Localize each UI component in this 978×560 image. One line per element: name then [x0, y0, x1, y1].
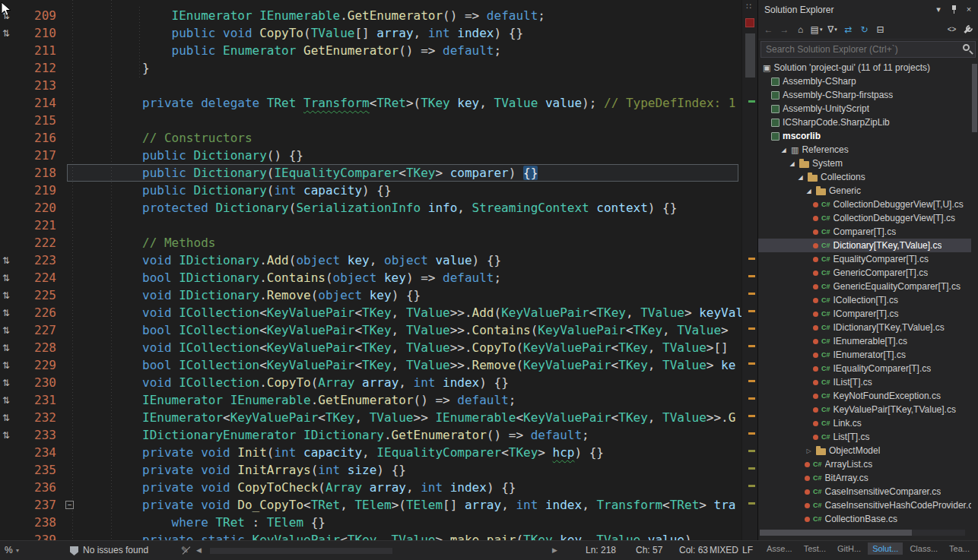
forward-icon[interactable]: → [777, 22, 792, 36]
code-line[interactable]: 221 [0, 217, 741, 234]
filter-icon[interactable]: ∇▾ [825, 22, 840, 36]
tree-item[interactable]: C#CollectionDebuggerView[T,U].cs [758, 198, 971, 211]
code-line[interactable]: ⇅230 void ICollection.CopyTo(Array array… [0, 374, 741, 391]
code-line[interactable]: ⇅225 void IDictionary.Remove(object key)… [0, 286, 741, 304]
line-number[interactable]: 222 [17, 234, 56, 252]
override-indicator-icon[interactable]: ⇅ [2, 427, 10, 445]
tree-item[interactable]: C#CollectionBase.cs [758, 512, 971, 526]
properties-icon[interactable] [961, 22, 975, 36]
tool-tab-class[interactable]: Class... [905, 543, 942, 555]
code-line[interactable]: 212 } [0, 59, 741, 77]
line-number[interactable]: 218 [17, 164, 56, 182]
code-line[interactable]: 213 [0, 77, 741, 94]
line-number[interactable]: 228 [17, 339, 56, 356]
line-number[interactable]: 230 [17, 374, 56, 391]
tree-item[interactable]: mscorlib [758, 129, 971, 143]
tool-tab-gith[interactable]: GitH... [833, 543, 865, 555]
code-line[interactable]: ⇅229 bool ICollection<KeyValuePair<TKey,… [0, 356, 741, 374]
file-health-indicator-icon[interactable] [745, 18, 754, 27]
tree-item[interactable]: C#GenericComparer[T].cs [758, 266, 971, 280]
view-code-icon[interactable]: <> [945, 22, 959, 36]
code-line[interactable]: 214 private delegate TRet Transform<TRet… [0, 94, 741, 112]
tree-item[interactable]: C#IComparer[T].cs [758, 307, 971, 321]
code-line[interactable]: ⇅226 void ICollection<KeyValuePair<TKey,… [0, 304, 741, 321]
override-indicator-icon[interactable]: ⇅ [2, 305, 10, 322]
tree-item[interactable]: Assembly-CSharp [758, 74, 971, 88]
code-line[interactable]: 236 private void CopyToCheck(Array array… [0, 479, 741, 496]
line-number[interactable]: 234 [17, 444, 56, 461]
tree-item[interactable]: C#IEnumerable[T].cs [758, 334, 971, 348]
editor-hscrollbar-thumb[interactable] [210, 548, 392, 554]
line-number[interactable]: 214 [17, 94, 56, 112]
tree-item[interactable]: C#CollectionDebuggerView[T].cs [758, 211, 971, 225]
tree-item[interactable]: Assembly-CSharp-firstpass [758, 88, 971, 102]
editor-scrollbar[interactable]: ∷ [741, 0, 757, 540]
line-number[interactable]: 224 [17, 269, 56, 286]
tool-tab-tea[interactable]: Tea... [945, 543, 974, 555]
tree-item[interactable]: C#IList[T].cs [758, 375, 971, 389]
tree-item[interactable]: ▷ObjectModel [758, 444, 971, 457]
tree-item[interactable]: C#KeyValuePair[TKey,TValue].cs [758, 403, 971, 416]
line-number[interactable]: 211 [17, 42, 56, 59]
line-number[interactable]: 226 [17, 304, 56, 321]
tree-item[interactable]: C#CaseInsensitiveHashCodeProvider.cs [758, 498, 971, 512]
line-number[interactable]: 238 [17, 514, 56, 531]
splitter-grip-icon[interactable]: ∷ [746, 2, 751, 11]
line-number[interactable]: 221 [17, 217, 56, 234]
line-number[interactable]: 210 [17, 24, 56, 42]
tree-item[interactable]: ▣Solution 'project-gui' (11 of 11 projec… [758, 61, 971, 74]
line-number[interactable]: 233 [17, 426, 56, 444]
line-number[interactable]: 209 [17, 7, 56, 24]
tree-item[interactable]: ◢Collections [758, 170, 971, 184]
tree-item[interactable]: C#IEnumerator[T].cs [758, 348, 971, 362]
tree-item[interactable]: C#Comparer[T].cs [758, 225, 971, 239]
hscroll-left-arrow-icon[interactable]: ◀ [196, 541, 202, 560]
override-indicator-icon[interactable]: ⇅ [2, 322, 10, 340]
search-input[interactable] [760, 41, 976, 58]
tree-item[interactable]: C#List[T].cs [758, 430, 971, 444]
tree-item[interactable]: C#KeyNotFoundException.cs [758, 389, 971, 403]
line-number[interactable]: 219 [17, 182, 56, 199]
override-indicator-icon[interactable]: ⇅ [2, 25, 10, 43]
line-number[interactable]: 232 [17, 409, 56, 426]
window-options-icon[interactable]: ▾ [932, 3, 945, 15]
tool-tab-asse[interactable]: Asse... [762, 543, 797, 555]
tree-item[interactable]: Assembly-UnityScript [758, 102, 971, 115]
line-number[interactable]: 239 [17, 531, 56, 540]
tree-horizontal-scrollbar[interactable] [760, 530, 965, 536]
override-indicator-icon[interactable]: ⇅ [2, 252, 10, 270]
tree-item[interactable]: C#GenericEqualityComparer[T].cs [758, 280, 971, 293]
code-line[interactable]: ⇅227 bool ICollection<KeyValuePair<TKey,… [0, 321, 741, 339]
code-editor[interactable]: ⇅209 IEnumerator IEnumerable.GetEnumerat… [0, 0, 741, 540]
zoom-caret-icon[interactable]: ▾ [16, 541, 19, 560]
tree-item[interactable]: C#ICollection[T].cs [758, 293, 971, 307]
tree-item[interactable]: C#ArrayList.cs [758, 457, 971, 471]
override-indicator-icon[interactable]: ⇅ [2, 410, 10, 427]
tree-item[interactable]: C#IEqualityComparer[T].cs [758, 362, 971, 375]
code-line[interactable]: 222 // Methods [0, 234, 741, 252]
tree-item[interactable]: C#CaseInsensitiveComparer.cs [758, 485, 971, 498]
tool-tab-solut[interactable]: Solut... [868, 543, 903, 555]
expander-expanded-icon[interactable]: ◢ [796, 174, 805, 181]
code-line[interactable]: 238 where TRet : TElem {} [0, 514, 741, 531]
code-line[interactable]: ⇅233 IDictionaryEnumerator IDictionary.G… [0, 426, 741, 444]
expander-expanded-icon[interactable]: ◢ [788, 160, 796, 167]
line-number[interactable]: 217 [17, 147, 56, 164]
override-indicator-icon[interactable]: ⇅ [2, 340, 10, 357]
home-icon[interactable]: ⌂ [793, 22, 808, 36]
back-icon[interactable]: ← [761, 22, 776, 36]
expander-collapsed-icon[interactable]: ▷ [805, 448, 813, 454]
close-icon[interactable]: × [963, 3, 975, 15]
code-line[interactable]: ⇅210 public void CopyTo(TValue[] array, … [0, 24, 741, 42]
code-line[interactable]: 216 // Constructors [0, 129, 741, 147]
expander-expanded-icon[interactable]: ◢ [805, 188, 813, 195]
code-line[interactable]: ⇅232 IEnumerator<KeyValuePair<TKey, TVal… [0, 409, 741, 426]
code-line[interactable]: 234 private void Init(int capacity, IEqu… [0, 444, 741, 461]
tree-vertical-scrollbar[interactable] [972, 62, 977, 527]
line-number[interactable]: 231 [17, 391, 56, 409]
tree-item[interactable]: ◢Generic [758, 184, 971, 198]
line-number[interactable]: 237 [17, 496, 56, 514]
code-line[interactable]: 218 public Dictionary(IEqualityComparer<… [0, 164, 741, 182]
sync-with-active-document-icon[interactable]: ⇄ [841, 22, 856, 36]
line-number[interactable]: 227 [17, 321, 56, 339]
